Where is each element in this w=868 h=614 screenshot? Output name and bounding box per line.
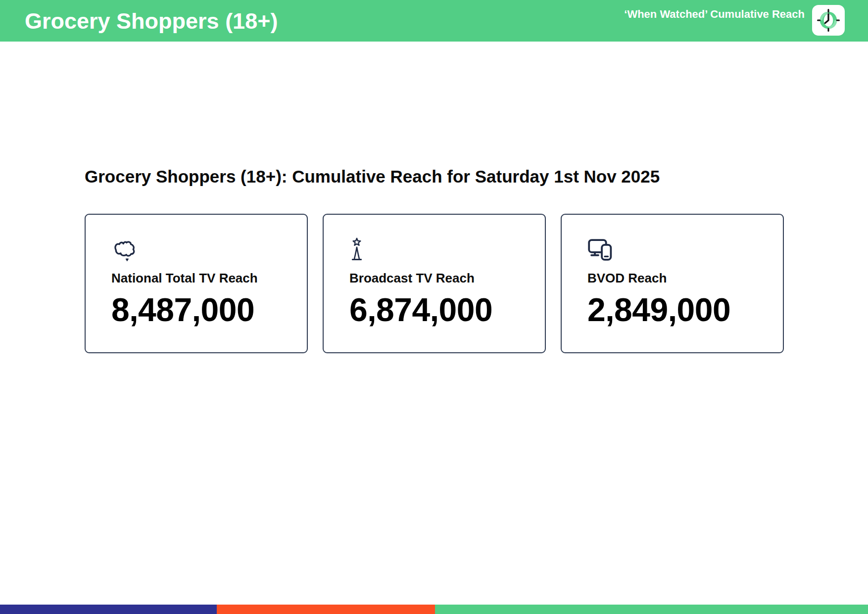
card-label: BVOD Reach	[587, 272, 773, 284]
metric-cards-row: National Total TV Reach 8,487,000 Broadc…	[85, 214, 868, 353]
page-title: Grocery Shoppers (18+)	[25, 10, 278, 32]
card-label: National Total TV Reach	[111, 272, 297, 284]
card-value: 6,874,000	[349, 293, 535, 326]
card-bvod-reach: BVOD Reach 2,849,000	[561, 214, 784, 353]
report-heading: Grocery Shoppers (18+): Cumulative Reach…	[85, 166, 868, 187]
clock-badge	[812, 5, 845, 36]
tv-and-phone-devices-icon	[587, 237, 615, 262]
broadcast-tower-icon	[349, 237, 364, 262]
clock-icon	[817, 9, 840, 32]
footer-bar-orange-segment	[217, 605, 435, 614]
card-broadcast-tv-reach: Broadcast TV Reach 6,874,000	[323, 214, 546, 353]
app-header: Grocery Shoppers (18+) ‘When Watched’ Cu…	[0, 0, 868, 42]
card-label: Broadcast TV Reach	[349, 272, 535, 284]
card-value: 2,849,000	[587, 293, 773, 326]
footer-bar-navy-segment	[0, 605, 217, 614]
report-type-label: ‘When Watched’ Cumulative Reach	[624, 7, 805, 22]
footer-bar-green-segment	[435, 605, 868, 614]
card-national-total-tv-reach: National Total TV Reach 8,487,000	[85, 214, 308, 353]
australia-map-icon	[111, 237, 138, 262]
footer-color-bar	[0, 605, 868, 614]
card-value: 8,487,000	[111, 293, 297, 326]
header-right-group: ‘When Watched’ Cumulative Reach	[624, 5, 845, 36]
